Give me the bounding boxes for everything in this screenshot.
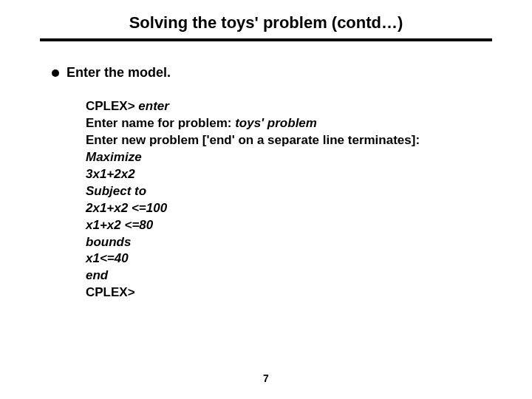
code-prefix: CPLEX>	[86, 99, 138, 113]
code-prefix: Enter name for problem:	[86, 116, 235, 130]
code-italic: Maximize	[86, 150, 142, 164]
bullet-text: Enter the model.	[66, 65, 171, 81]
slide: Solving the toys' problem (contd…) Enter…	[0, 0, 532, 399]
code-line: bounds	[86, 234, 480, 251]
page-number: 7	[0, 372, 532, 384]
code-line: CPLEX> enter	[86, 98, 480, 115]
content-area: Enter the model. CPLEX> enter Enter name…	[0, 41, 532, 301]
code-line: 2x1+x2 <=100	[86, 200, 480, 217]
code-italic: 3x1+2x2	[86, 167, 135, 181]
code-italic: bounds	[86, 235, 131, 249]
code-line: Maximize	[86, 149, 480, 166]
code-italic: x1<=40	[86, 251, 129, 265]
code-italic: Subject to	[86, 184, 146, 198]
code-line: x1+x2 <=80	[86, 217, 480, 234]
code-italic: enter	[138, 99, 169, 113]
code-italic: x1+x2 <=80	[86, 218, 153, 232]
bullet-item: Enter the model.	[52, 65, 480, 81]
code-line: Subject to	[86, 183, 480, 200]
code-italic: end	[86, 268, 108, 282]
code-block: CPLEX> enter Enter name for problem: toy…	[86, 98, 480, 301]
slide-title: Solving the toys' problem (contd…)	[40, 13, 492, 33]
code-line: Enter name for problem: toys' problem	[86, 115, 480, 132]
code-italic: toys' problem	[235, 116, 317, 130]
code-line: 3x1+2x2	[86, 166, 480, 183]
bullet-icon	[52, 69, 59, 77]
code-prefix: Enter new problem ['end' on a separate l…	[86, 133, 420, 147]
code-line: CPLEX>	[86, 284, 480, 301]
code-line: Enter new problem ['end' on a separate l…	[86, 132, 480, 149]
code-line: x1<=40	[86, 250, 480, 267]
code-italic: 2x1+x2 <=100	[86, 201, 167, 215]
code-line: end	[86, 267, 480, 284]
code-prefix: CPLEX>	[86, 285, 135, 299]
title-area: Solving the toys' problem (contd…)	[40, 0, 492, 41]
